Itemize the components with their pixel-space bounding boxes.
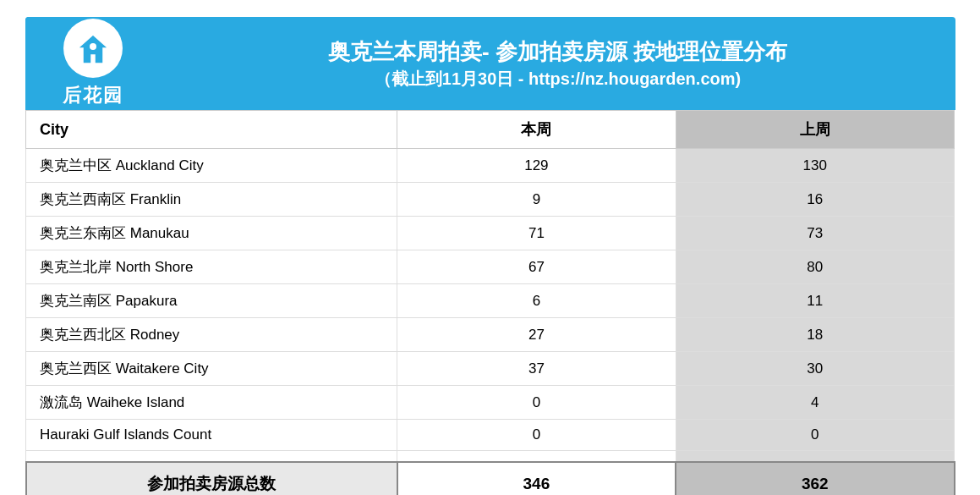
- header-title-main: 奥克兰本周拍卖- 参加拍卖房源 按地理位置分布: [328, 36, 787, 67]
- cell-this-week: 67: [397, 250, 676, 284]
- cell-this-week: 37: [397, 352, 676, 386]
- cell-this-week: 9: [397, 183, 676, 217]
- page-header: 后花园 奥克兰本周拍卖- 参加拍卖房源 按地理位置分布 （截止到11月30日 -…: [25, 17, 955, 110]
- cell-city: 奥克兰西区 Waitakere City: [26, 352, 397, 386]
- logo-area: 后花园: [25, 17, 161, 110]
- table-row: 奥克兰西区 Waitakere City3730: [26, 352, 955, 386]
- cell-last-week: 130: [676, 149, 954, 183]
- cell-city: 激流岛 Waiheke Island: [26, 386, 397, 420]
- cell-this-week: 27: [397, 318, 676, 352]
- footer-last-week: 362: [676, 462, 954, 495]
- column-header-row: City 本周 上周: [26, 111, 955, 149]
- cell-this-week: 6: [397, 284, 676, 318]
- cell-city: Hauraki Gulf Islands Count: [26, 420, 397, 451]
- logo-text: 后花园: [63, 83, 123, 108]
- cell-city: 奥克兰西南区 Franklin: [26, 183, 397, 217]
- cell-last-week: 16: [676, 183, 954, 217]
- col-city: City: [26, 111, 397, 149]
- table-row: 奥克兰南区 Papakura611: [26, 284, 955, 318]
- header-title-area: 奥克兰本周拍卖- 参加拍卖房源 按地理位置分布 （截止到11月30日 - htt…: [161, 17, 955, 110]
- table-row: 奥克兰北岸 North Shore6780: [26, 250, 955, 284]
- page-container: 后花园 奥克兰本周拍卖- 参加拍卖房源 按地理位置分布 （截止到11月30日 -…: [25, 17, 955, 495]
- cell-last-week: 30: [676, 352, 954, 386]
- table-row: 激流岛 Waiheke Island04: [26, 386, 955, 420]
- table-row: 奥克兰东南区 Manukau7173: [26, 217, 955, 250]
- footer-row: 参加拍卖房源总数 346 362: [26, 462, 955, 495]
- cell-this-week: 129: [397, 149, 676, 183]
- cell-last-week: 11: [676, 284, 954, 318]
- logo-icon: [74, 30, 112, 67]
- cell-last-week: 80: [676, 250, 954, 284]
- table-row: Hauraki Gulf Islands Count00: [26, 420, 955, 451]
- spacer-row: [26, 451, 955, 463]
- table-row: 奥克兰西北区 Rodney2718: [26, 318, 955, 352]
- table-row: 奥克兰中区 Auckland City129130: [26, 149, 955, 183]
- cell-this-week: 0: [397, 420, 676, 451]
- footer-this-week: 346: [397, 462, 676, 495]
- cell-city: 奥克兰中区 Auckland City: [26, 149, 397, 183]
- table-body: 奥克兰中区 Auckland City129130奥克兰西南区 Franklin…: [26, 149, 955, 463]
- table-row: 奥克兰西南区 Franklin916: [26, 183, 955, 217]
- data-table: City 本周 上周 奥克兰中区 Auckland City129130奥克兰西…: [25, 110, 955, 495]
- col-this-week: 本周: [397, 111, 676, 149]
- svg-point-2: [90, 43, 96, 50]
- cell-city: 奥克兰西北区 Rodney: [26, 318, 397, 352]
- cell-last-week: 73: [676, 217, 954, 250]
- cell-this-week: 0: [397, 386, 676, 420]
- footer-label: 参加拍卖房源总数: [26, 462, 397, 495]
- cell-city: 奥克兰南区 Papakura: [26, 284, 397, 318]
- logo-circle: [63, 19, 123, 78]
- cell-this-week: 71: [397, 217, 676, 250]
- cell-last-week: 4: [676, 386, 954, 420]
- header-title-sub: （截止到11月30日 - https://nz.hougarden.com): [375, 67, 741, 91]
- cell-city: 奥克兰东南区 Manukau: [26, 217, 397, 250]
- col-last-week: 上周: [676, 111, 954, 149]
- cell-last-week: 0: [676, 420, 954, 451]
- cell-last-week: 18: [676, 318, 954, 352]
- cell-city: 奥克兰北岸 North Shore: [26, 250, 397, 284]
